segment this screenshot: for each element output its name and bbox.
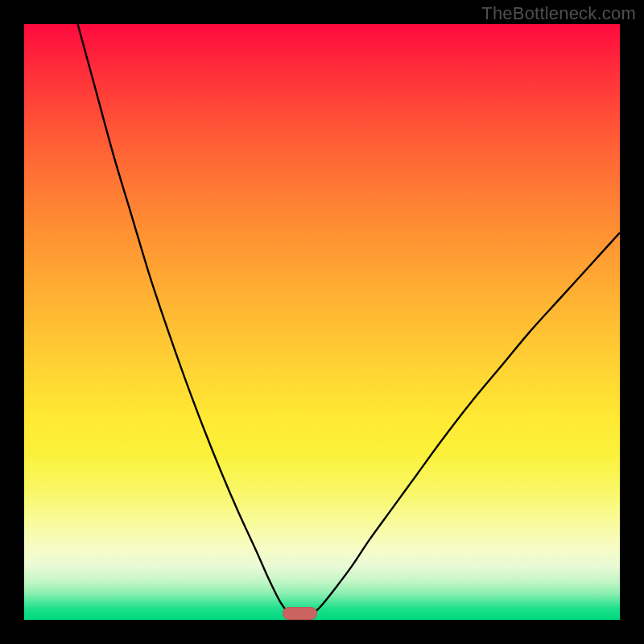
- curve-right-branch: [313, 233, 620, 614]
- plot-area: [24, 24, 620, 620]
- balance-marker: [283, 607, 317, 620]
- watermark-text: TheBottleneck.com: [481, 3, 636, 24]
- curve-left-branch: [78, 24, 290, 614]
- bottleneck-curve: [24, 24, 620, 620]
- chart-frame: TheBottleneck.com: [0, 0, 644, 644]
